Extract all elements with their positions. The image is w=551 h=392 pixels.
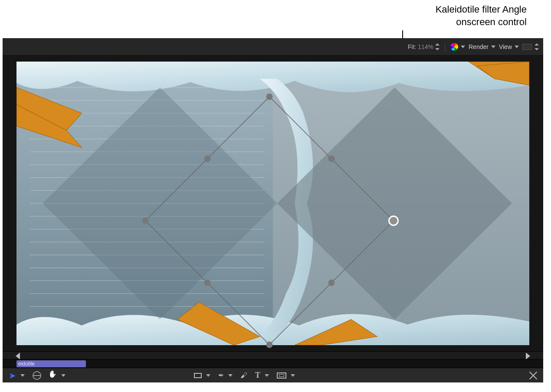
chevron-down-icon[interactable] xyxy=(20,373,25,378)
canvas-content xyxy=(16,62,529,345)
render-menu[interactable]: Render xyxy=(469,43,495,50)
clip-label: eidotile xyxy=(18,361,35,367)
canvas-top-toolbar: Fit: 114% Render View xyxy=(3,38,543,56)
select-transform-tool[interactable]: ➤ xyxy=(9,371,16,380)
mini-timeline[interactable]: eidotile xyxy=(3,359,543,368)
in-point-marker[interactable] xyxy=(16,352,22,359)
zoom-fit-control[interactable]: Fit: 114% xyxy=(408,43,439,50)
view-layout-menu[interactable] xyxy=(522,43,539,50)
stepper-icon xyxy=(535,43,539,50)
paint-stroke-tool[interactable]: 🖌 xyxy=(240,372,247,379)
filter-clip-kaleidotile[interactable]: eidotile xyxy=(16,360,86,367)
annotation-callout: Kaleidotile filter Angle onscreen contro… xyxy=(0,3,527,28)
annotation-line2: onscreen control xyxy=(456,16,527,27)
layout-swatch-icon xyxy=(522,44,532,50)
canvas-viewer[interactable] xyxy=(3,56,543,351)
chevron-down-icon[interactable] xyxy=(206,373,210,378)
chevron-down-icon[interactable] xyxy=(291,373,295,378)
fullscreen-toggle[interactable] xyxy=(529,372,537,379)
3d-transform-tool[interactable] xyxy=(33,371,41,380)
canvas-bottom-toolbar: ➤ ✒ 🖌 T xyxy=(3,368,543,382)
chevron-down-icon[interactable] xyxy=(265,373,269,378)
chevron-down-icon[interactable] xyxy=(228,373,233,378)
text-tool[interactable]: T xyxy=(255,371,260,380)
mini-timeline-ruler[interactable] xyxy=(3,351,543,359)
app-window: Fit: 114% Render View xyxy=(3,38,543,382)
annotation-line1: Kaleidotile filter Angle xyxy=(436,4,527,15)
chevron-down-icon[interactable] xyxy=(61,373,66,378)
shape-tool[interactable] xyxy=(194,373,202,378)
fit-value: 114% xyxy=(418,43,433,50)
bezier-pen-tool[interactable]: ✒ xyxy=(218,371,224,379)
view-menu[interactable]: View xyxy=(499,43,519,50)
kaleidotile-render xyxy=(16,62,529,345)
render-label: Render xyxy=(469,43,489,50)
mask-tool[interactable] xyxy=(277,372,286,379)
view-label: View xyxy=(499,43,512,50)
chevron-down-icon xyxy=(461,45,465,49)
toolbar-divider xyxy=(445,42,445,52)
color-channels-menu[interactable] xyxy=(450,43,465,51)
out-point-marker[interactable] xyxy=(524,352,530,359)
color-wheel-icon xyxy=(450,43,458,51)
stepper-icon xyxy=(435,43,439,50)
pan-tool[interactable] xyxy=(49,372,57,379)
chevron-down-icon xyxy=(491,45,495,49)
chevron-down-icon xyxy=(515,45,519,49)
fit-label: Fit: xyxy=(408,43,416,50)
